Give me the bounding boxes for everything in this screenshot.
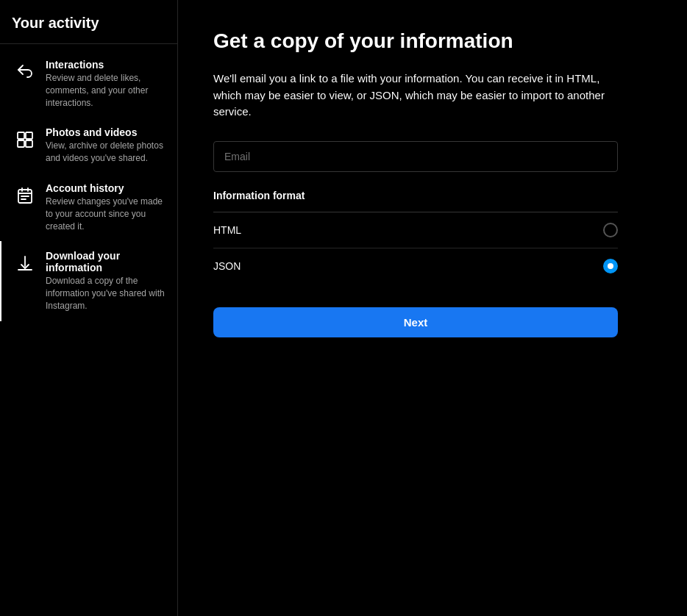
sidebar-item-account-history[interactable]: Account history Review changes you've ma… xyxy=(0,173,177,241)
format-section: Information format HTML JSON xyxy=(213,190,618,284)
interactions-icon xyxy=(13,60,37,84)
sidebar-item-photos-videos[interactable]: Photos and videos View, archive or delet… xyxy=(0,118,177,173)
download-icon xyxy=(13,251,37,275)
photos-videos-item-desc: View, archive or delete photos and video… xyxy=(46,140,165,165)
svg-rect-2 xyxy=(18,140,24,147)
format-section-label: Information format xyxy=(213,190,618,201)
format-option-json[interactable]: JSON xyxy=(213,248,618,284)
photos-videos-icon xyxy=(13,128,37,151)
svg-rect-3 xyxy=(26,140,32,147)
description-text: We'll email you a link to a file with yo… xyxy=(213,71,618,121)
main-content: Get a copy of your information We'll ema… xyxy=(178,0,687,616)
account-history-item-title: Account history xyxy=(46,182,165,194)
form-section: Information format HTML JSON Next xyxy=(213,141,618,337)
email-input[interactable] xyxy=(213,141,618,172)
download-info-item-text: Download your information Download a cop… xyxy=(46,250,165,312)
photos-videos-item-text: Photos and videos View, archive or delet… xyxy=(46,126,165,165)
sidebar-item-download-information[interactable]: Download your information Download a cop… xyxy=(0,241,177,320)
account-history-icon xyxy=(13,184,37,207)
download-info-item-desc: Download a copy of the information you'v… xyxy=(46,275,165,312)
sidebar: Your activity Interactions Review and de… xyxy=(0,0,178,616)
account-history-item-text: Account history Review changes you've ma… xyxy=(46,182,165,232)
next-button[interactable]: Next xyxy=(213,307,618,337)
format-options: HTML JSON xyxy=(213,212,618,284)
download-info-item-title: Download your information xyxy=(46,250,165,273)
sidebar-item-interactions[interactable]: Interactions Review and delete likes, co… xyxy=(0,50,177,118)
sidebar-header: Your activity xyxy=(0,0,177,44)
interactions-item-desc: Review and delete likes, comments, and y… xyxy=(46,72,165,109)
account-history-item-desc: Review changes you've made to your accou… xyxy=(46,196,165,232)
sidebar-title: Your activity xyxy=(12,15,165,32)
page-title: Get a copy of your information xyxy=(213,29,652,53)
interactions-item-title: Interactions xyxy=(46,59,165,71)
sidebar-nav: Interactions Review and delete likes, co… xyxy=(0,44,177,321)
svg-rect-0 xyxy=(18,132,24,139)
app-container: Your activity Interactions Review and de… xyxy=(0,0,687,616)
radio-json[interactable] xyxy=(603,259,618,273)
photos-videos-item-title: Photos and videos xyxy=(46,126,165,138)
interactions-item-text: Interactions Review and delete likes, co… xyxy=(46,59,165,109)
format-option-json-label: JSON xyxy=(213,260,241,272)
svg-rect-1 xyxy=(26,132,32,139)
radio-html[interactable] xyxy=(603,223,618,237)
format-option-html-label: HTML xyxy=(213,224,241,236)
format-option-html[interactable]: HTML xyxy=(213,212,618,248)
